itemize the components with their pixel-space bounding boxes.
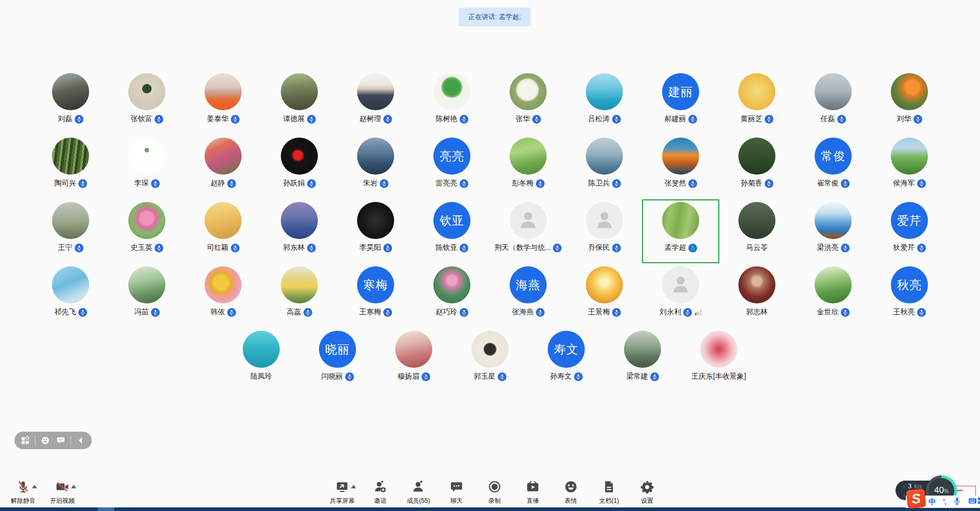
participant-tile[interactable]: 史玉英 [109, 200, 185, 263]
participant-tile[interactable]: 王景梅 [566, 264, 643, 327]
participant-name-row: 陈树艳 [436, 114, 468, 124]
toolbar-docs-button[interactable]: 文档(1) [593, 481, 625, 505]
participant-tile[interactable]: 韩依 [185, 264, 261, 327]
participant-tile[interactable]: 王庆东[丰收景象] [681, 329, 757, 391]
participant-tile[interactable]: 刘永利 [643, 264, 719, 327]
caret-up-icon[interactable] [71, 485, 76, 488]
avatar-photo [52, 138, 89, 175]
toolbar-emoji-button[interactable]: 表情 [555, 481, 587, 505]
participant-tile[interactable]: 梁常建 [604, 329, 681, 391]
participant-name-row: 赵静 [211, 179, 236, 188]
participant-tile[interactable]: 寒梅王寒梅 [337, 264, 414, 327]
chevron-left-icon[interactable] [75, 435, 87, 446]
participant-tile[interactable]: 吕松涛 [566, 71, 643, 134]
participant-tile[interactable]: 陈卫兵 [566, 135, 643, 198]
toolbar-start-video-button[interactable]: 开启视频 [46, 481, 78, 505]
participant-tile[interactable]: 梁洪亮 [795, 200, 871, 263]
ime-punctuation-toggle[interactable]: ’, [943, 498, 946, 506]
participant-tile[interactable]: 马云苓 [719, 200, 795, 263]
participant-tile[interactable]: 孙菊香 [719, 135, 795, 198]
avatar-initials: 寿文 [548, 331, 585, 368]
chat-bubble-icon[interactable] [55, 435, 66, 446]
avatar-initials-text: 建丽 [668, 84, 693, 100]
ime-voice-icon[interactable] [953, 497, 961, 507]
participant-name: 孙寿文 [550, 372, 572, 381]
participant-tile[interactable]: 黄丽芝 [719, 71, 795, 134]
participant-tile[interactable]: 郭玉星 [452, 329, 528, 391]
participant-tile[interactable]: 侯海军 [871, 135, 948, 198]
participant-tile[interactable]: 寿文孙寿文 [528, 329, 604, 391]
participant-tile[interactable]: 张斐然 [643, 135, 719, 198]
participant-tile[interactable]: 朱岩 [337, 135, 414, 198]
participant-tile[interactable]: 爱芹狄爱芹 [871, 200, 948, 263]
muted-mic-icon [383, 308, 392, 317]
sogou-logo-icon[interactable]: S [906, 488, 926, 509]
participant-tile[interactable]: 钦亚陈钦亚 [414, 200, 490, 263]
gauge-percent-value: 40 [934, 485, 944, 496]
participant-tile[interactable]: 陶司兴 [32, 135, 109, 198]
ime-toolbox-icon[interactable] [978, 498, 980, 504]
participant-name-row: 李昊阳 [360, 243, 392, 252]
participant-tile[interactable]: 郭志林 [719, 264, 795, 327]
participant-tile[interactable]: 陆凤玲 [223, 329, 299, 391]
participant-tile[interactable]: 刘磊 [32, 71, 109, 134]
participant-tile[interactable]: 张华 [490, 71, 566, 134]
avatar-photo [357, 202, 394, 239]
participant-tile[interactable]: 乔保民 [566, 200, 643, 263]
participant-tile[interactable]: 赵静 [185, 135, 261, 198]
participant-name-row: 郭玉星 [474, 372, 506, 381]
participant-tile[interactable]: 海燕张海燕 [490, 264, 566, 327]
participant-tile[interactable]: 高蕊 [261, 264, 337, 327]
avatar-photo [128, 202, 165, 239]
toolbar-unmute-button[interactable]: 解除静音 [7, 481, 39, 505]
participant-tile[interactable]: 彭冬梅 [490, 135, 566, 198]
ime-language-mode[interactable]: 中 [928, 497, 936, 507]
participant-tile[interactable]: 张钦富 [109, 71, 185, 134]
layout-grid-icon[interactable] [20, 435, 31, 446]
muted-mic-icon [227, 308, 236, 317]
participant-tile[interactable]: 司红颖 [185, 200, 261, 263]
toolbar-invite-button[interactable]: 邀请 [364, 481, 396, 505]
smiley-icon[interactable] [40, 435, 51, 446]
toolbar-record-button[interactable]: 录制 [479, 481, 511, 505]
participant-tile[interactable]: 王宁 [32, 200, 109, 263]
participant-tile[interactable]: 李昊阳 [337, 200, 414, 263]
participant-tile[interactable]: 谭德展 [261, 71, 337, 134]
ime-keyboard-icon[interactable] [968, 497, 977, 507]
participant-tile[interactable]: 赵树理 [337, 71, 414, 134]
participant-tile[interactable]: 冯苗 [109, 264, 185, 327]
participant-tile[interactable]: 刘华 [871, 71, 948, 134]
toolbar-settings-button[interactable]: 设置 [631, 481, 663, 505]
toolbar-button-label: 解除静音 [11, 497, 36, 505]
toolbar-members-button[interactable]: 成员(55) [402, 481, 434, 505]
participant-tile[interactable]: 李琛 [109, 135, 185, 198]
floating-mini-toolbar [14, 432, 92, 449]
muted-mic-icon [460, 179, 468, 188]
participant-tile[interactable]: 常俊崔常俊 [795, 135, 871, 198]
participant-tile[interactable]: 姜泰华 [185, 71, 261, 134]
participant-tile[interactable]: 陈树艳 [414, 71, 490, 134]
caret-up-icon[interactable] [32, 485, 37, 488]
participant-name: 刘永利 [660, 308, 681, 317]
participant-tile[interactable]: 赵巧玲 [414, 264, 490, 327]
toolbar-share-screen-button[interactable]: 共享屏幕 [326, 481, 358, 505]
participant-tile[interactable]: 晓丽闫晓丽 [299, 329, 376, 391]
avatar-photo [471, 331, 509, 368]
avatar-initials: 晓丽 [319, 331, 356, 368]
participant-tile-active-speaker[interactable]: 孟学超 [643, 200, 719, 263]
participant-tile[interactable]: 荆天（数学与统... [490, 200, 566, 263]
participant-tile[interactable]: 祁先飞 [32, 264, 109, 327]
participant-tile[interactable]: 孙跃娟 [261, 135, 337, 198]
participant-tile[interactable]: 任磊 [795, 71, 871, 134]
caret-up-icon[interactable] [351, 485, 356, 488]
participant-tile[interactable]: 建丽郝建丽 [643, 71, 719, 134]
participant-tile[interactable]: 郭东林 [261, 200, 337, 263]
participant-tile[interactable]: 金世欣 [795, 264, 871, 327]
participant-tile[interactable]: 秋亮王秋亮 [871, 264, 948, 327]
toolbar-chat-button[interactable]: 聊天 [441, 481, 472, 505]
avatar-photo [433, 73, 470, 110]
toolbar-live-button[interactable]: 直播 [517, 481, 549, 505]
muted-mic-icon [231, 244, 240, 252]
participant-tile[interactable]: 穆扬眉 [376, 329, 452, 391]
participant-tile[interactable]: 亮亮雷亮亮 [414, 135, 490, 198]
